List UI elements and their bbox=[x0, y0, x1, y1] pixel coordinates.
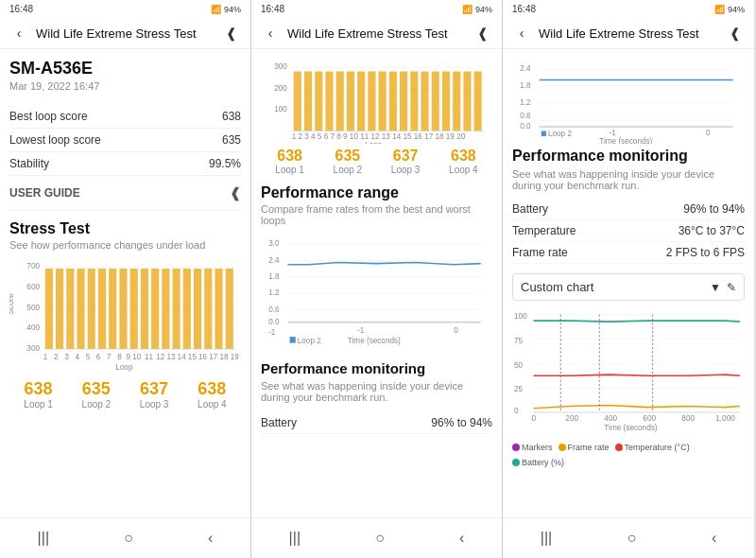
svg-text:7: 7 bbox=[107, 352, 112, 361]
share-button-3[interactable]: ❰ bbox=[726, 24, 745, 43]
nav-back-2[interactable]: ||| bbox=[274, 526, 316, 550]
stability-val: 99.5% bbox=[209, 157, 241, 170]
svg-text:3.0: 3.0 bbox=[268, 238, 280, 248]
back-button-2[interactable]: ‹ bbox=[261, 24, 280, 43]
battery-dot bbox=[512, 459, 520, 466]
status-bar-1: 16:48 📶 94% bbox=[0, 0, 250, 18]
svg-text:2: 2 bbox=[54, 352, 59, 361]
svg-rect-15 bbox=[88, 269, 95, 349]
mini-loop-2: 635 Loop 2 bbox=[334, 148, 363, 175]
svg-text:Loop 2: Loop 2 bbox=[298, 335, 321, 344]
battery-icon-3: 94% bbox=[728, 5, 745, 14]
nav-apps-1[interactable]: ‹ bbox=[193, 526, 228, 550]
svg-rect-111 bbox=[512, 306, 745, 439]
svg-text:Time (seconds): Time (seconds) bbox=[348, 335, 401, 344]
chevron-down-icon[interactable]: ▼ bbox=[710, 281, 721, 294]
panel-1-content: SM-A536E Mar 19, 2022 16:47 Best loop sc… bbox=[0, 49, 250, 517]
share-icon[interactable]: ❰ bbox=[230, 185, 241, 201]
share-button-2[interactable]: ❰ bbox=[473, 24, 492, 43]
svg-text:2.4: 2.4 bbox=[268, 254, 280, 264]
nav-apps-2[interactable]: ‹ bbox=[444, 526, 479, 550]
mini-chart-top: 300 200 100 bbox=[261, 59, 492, 144]
battery-val-3: 96% to 94% bbox=[683, 202, 745, 216]
svg-rect-24 bbox=[183, 269, 191, 349]
nav-home-3[interactable]: ○ bbox=[612, 526, 652, 550]
battery-key-2: Battery bbox=[261, 416, 297, 429]
best-loop-val: 638 bbox=[222, 110, 241, 123]
svg-text:12: 12 bbox=[156, 352, 164, 361]
panel-2-content: 300 200 100 bbox=[251, 49, 502, 517]
svg-text:Time (seconds): Time (seconds) bbox=[599, 136, 652, 144]
back-button-3[interactable]: ‹ bbox=[512, 24, 531, 43]
small-chart-3: 2.4 1.8 1.2 0.6 0.0 Frame rate -1 0 Time… bbox=[512, 59, 745, 144]
svg-rect-12 bbox=[56, 269, 63, 349]
svg-rect-63 bbox=[379, 72, 387, 131]
perf-mon-sub-3: See what was happening inside your devic… bbox=[512, 168, 745, 191]
user-guide-row[interactable]: USER GUIDE ❰ bbox=[9, 176, 241, 211]
nav-home-1[interactable]: ○ bbox=[109, 526, 148, 550]
battery-icon-2: 94% bbox=[475, 5, 492, 14]
perf-range-sub: Compare frame rates from the best and wo… bbox=[261, 203, 492, 226]
svg-text:1.2: 1.2 bbox=[268, 288, 280, 297]
nav-back-3[interactable]: ||| bbox=[525, 526, 567, 550]
best-loop-label: Best loop score bbox=[9, 110, 88, 123]
loop-1-label: Loop 1 bbox=[24, 399, 53, 410]
share-button-1[interactable]: ❰ bbox=[222, 24, 241, 43]
legend-battery: Battery (%) bbox=[512, 458, 564, 467]
svg-rect-28 bbox=[226, 269, 233, 349]
svg-text:200: 200 bbox=[565, 412, 578, 422]
svg-rect-67 bbox=[421, 72, 428, 131]
svg-text:8: 8 bbox=[117, 352, 122, 361]
battery-row-2: Battery 96% to 94% bbox=[261, 412, 492, 434]
svg-rect-56 bbox=[304, 72, 312, 131]
markers-dot bbox=[512, 444, 520, 451]
custom-chart-dropdown[interactable]: Custom chart ▼ ✎ bbox=[512, 273, 745, 301]
nav-home-2[interactable]: ○ bbox=[360, 526, 400, 550]
temperature-label: Temperature (°C) bbox=[625, 443, 690, 452]
panel-3-content: 2.4 1.8 1.2 0.6 0.0 Frame rate -1 0 Time… bbox=[503, 49, 754, 517]
svg-text:6: 6 bbox=[96, 352, 101, 361]
svg-rect-64 bbox=[389, 72, 397, 131]
stress-test-sub: See how performance changes under load bbox=[9, 239, 241, 251]
svg-rect-71 bbox=[463, 72, 471, 131]
perf-mon-title-2: Performance monitoring bbox=[261, 360, 492, 376]
device-date: Mar 19, 2022 16:47 bbox=[9, 80, 241, 92]
svg-text:0: 0 bbox=[706, 128, 711, 137]
svg-text:600: 600 bbox=[26, 281, 40, 290]
page-title-1: Wild Life Extreme Stress Test bbox=[36, 26, 215, 41]
perf-mon-title-3: Performance monitoring bbox=[512, 148, 745, 165]
svg-rect-70 bbox=[453, 72, 460, 131]
markers-label: Markers bbox=[522, 443, 553, 452]
loop-3: 637 Loop 3 bbox=[140, 379, 169, 410]
svg-rect-57 bbox=[315, 72, 322, 131]
svg-text:600: 600 bbox=[643, 412, 656, 422]
best-loop-row: Best loop score 638 bbox=[9, 105, 241, 129]
lowest-loop-val: 635 bbox=[222, 133, 241, 147]
svg-rect-59 bbox=[336, 72, 344, 131]
svg-text:0: 0 bbox=[454, 324, 458, 334]
svg-text:0: 0 bbox=[532, 412, 537, 422]
device-name: SM-A536E bbox=[9, 59, 241, 78]
svg-text:1.8: 1.8 bbox=[268, 271, 280, 281]
nav-apps-3[interactable]: ‹ bbox=[696, 526, 731, 550]
temp-key-3: Temperature bbox=[512, 224, 576, 237]
svg-text:15: 15 bbox=[188, 352, 197, 361]
status-icons-2: 📶 94% bbox=[462, 5, 492, 14]
perf-mon-section-3: Performance monitoring See what was happ… bbox=[512, 148, 745, 264]
svg-rect-11 bbox=[45, 269, 53, 349]
loop-2-label: Loop 2 bbox=[82, 399, 112, 410]
back-button-1[interactable]: ‹ bbox=[9, 24, 28, 43]
edit-icon[interactable]: ✎ bbox=[727, 281, 736, 294]
svg-text:200: 200 bbox=[274, 82, 287, 92]
svg-rect-61 bbox=[357, 72, 365, 131]
svg-rect-72 bbox=[474, 72, 482, 131]
frame-val-3: 2 FPS to 6 FPS bbox=[666, 246, 745, 259]
perf-range-chart: 3.0 2.4 1.8 1.2 0.6 0.0 -1 Frame rate bbox=[261, 234, 492, 347]
user-guide-label: USER GUIDE bbox=[9, 186, 80, 200]
custom-chart-visual: 100 75 50 25 0 Wild Life Extreme Stress … bbox=[512, 306, 745, 439]
nav-back-1[interactable]: ||| bbox=[23, 526, 64, 550]
svg-rect-17 bbox=[109, 269, 116, 349]
nav-bar-2: ||| ○ ‹ bbox=[251, 517, 502, 558]
nav-bar-1: ||| ○ ‹ bbox=[0, 517, 250, 558]
svg-text:5: 5 bbox=[86, 352, 91, 361]
